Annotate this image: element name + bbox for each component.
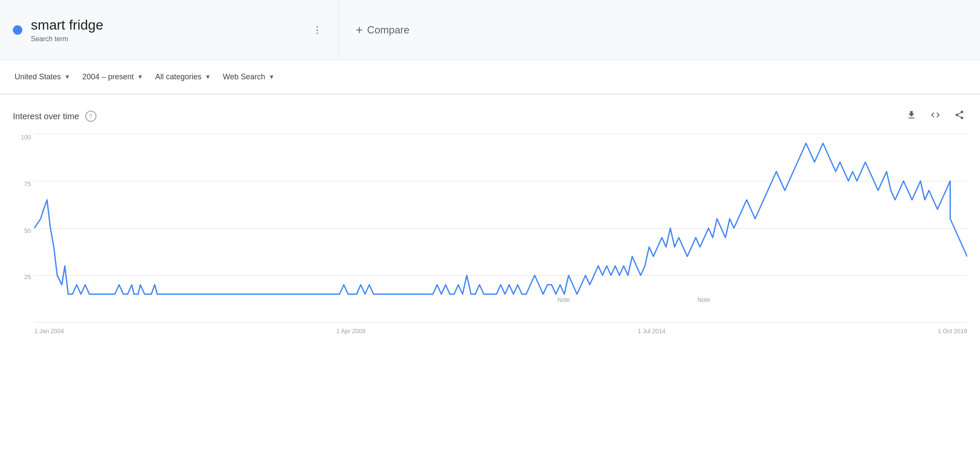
time-range-label: 2004 – present [82,72,134,81]
region-chevron-icon: ▼ [64,73,70,80]
x-label-2009: 1 Apr 2009 [337,328,366,334]
embed-button[interactable] [928,107,943,125]
search-term-area: smart fridge Search term ⋮ [0,0,339,60]
search-type-label: Web Search [223,72,265,81]
categories-label: All categories [155,72,201,81]
compare-button[interactable]: + Compare [356,23,409,37]
chart-header: Interest over time ? [13,107,967,125]
x-label-2014: 1 Jul 2014 [638,328,666,334]
chart-container: 100 75 50 25 Note Note [13,134,967,340]
note-label-2: Note [697,296,710,303]
share-icon [954,110,965,120]
chart-inner: Note Note [34,134,967,322]
header-section: smart fridge Search term ⋮ + Compare [0,0,980,60]
region-filter[interactable]: United States ▼ [13,69,72,85]
y-label-25: 25 [13,274,34,280]
y-label-100: 100 [13,134,34,141]
download-icon [906,110,917,120]
search-term-title: smart fridge [31,17,325,33]
trend-line-svg [34,134,967,322]
y-label-50: 50 [13,227,34,234]
y-axis: 100 75 50 25 [13,134,34,322]
chart-section: Interest over time ? 100 [0,94,980,344]
time-range-filter[interactable]: 2004 – present ▼ [81,69,145,85]
download-button[interactable] [904,107,919,125]
x-label-2019: 1 Oct 2019 [938,328,967,334]
x-label-2004: 1 Jan 2004 [34,328,64,334]
categories-filter[interactable]: All categories ▼ [153,69,213,85]
x-axis: 1 Jan 2004 1 Apr 2009 1 Jul 2014 1 Oct 2… [34,322,967,340]
chart-actions [904,107,967,125]
categories-chevron-icon: ▼ [205,73,211,80]
y-label-75: 75 [13,181,34,187]
help-icon[interactable]: ? [85,111,96,122]
embed-icon [930,110,941,120]
search-type-chevron-icon: ▼ [269,73,275,80]
search-term-text: smart fridge Search term [31,17,325,42]
chart-title: Interest over time [13,111,79,121]
compare-label: Compare [367,24,409,36]
region-label: United States [15,72,61,81]
share-button[interactable] [952,107,967,125]
search-term-dot [13,25,22,35]
three-dots-button[interactable]: ⋮ [309,21,325,39]
note-label-1: Note [557,296,570,303]
time-range-chevron-icon: ▼ [137,73,143,80]
compare-plus-icon: + [356,23,363,37]
filters-section: United States ▼ 2004 – present ▼ All cat… [0,60,980,94]
compare-area: + Compare [339,0,980,60]
search-type-filter[interactable]: Web Search ▼ [221,69,277,85]
trend-polyline [34,143,967,294]
search-term-subtitle: Search term [31,35,325,43]
chart-title-area: Interest over time ? [13,111,96,122]
